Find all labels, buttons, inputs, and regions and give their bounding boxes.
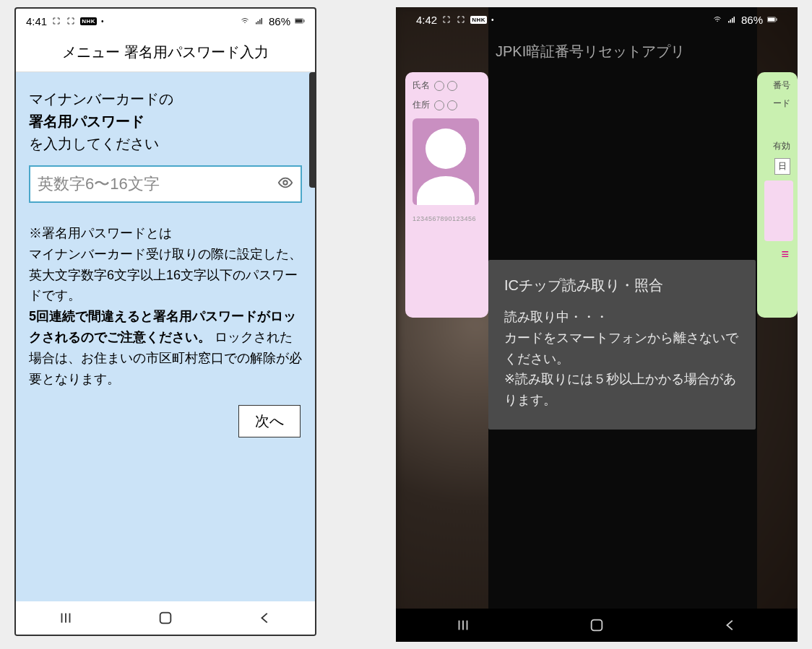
svg-rect-8 bbox=[160, 613, 171, 624]
dialog-line2: カードをスマートフォンから離さないでください。 bbox=[504, 331, 738, 366]
ic-reading-dialog: ICチップ読み取り・照合 読み取り中・・・ カードをスマートフォンから離さないで… bbox=[488, 260, 756, 430]
expand-icon bbox=[66, 17, 76, 25]
next-button[interactable]: 次へ bbox=[238, 405, 301, 437]
header-title: メニュー 署名用パスワード入力 bbox=[62, 43, 269, 62]
note-line1: ※署名用パスワードとは bbox=[29, 226, 172, 240]
recents-button[interactable] bbox=[58, 610, 74, 626]
intro-text: マイナンバーカードの 署名用パスワード を入力してください bbox=[29, 88, 302, 155]
nhk-badge: NHK bbox=[80, 17, 97, 25]
back-button[interactable] bbox=[722, 617, 738, 633]
intro-line3: を入力してください bbox=[29, 136, 159, 152]
visibility-toggle-icon[interactable] bbox=[277, 175, 293, 194]
signal-icon bbox=[254, 17, 264, 25]
svg-rect-12 bbox=[733, 17, 735, 23]
status-dot: • bbox=[101, 17, 104, 25]
svg-rect-1 bbox=[257, 21, 259, 25]
name-label: 氏名 bbox=[413, 79, 430, 92]
svg-rect-15 bbox=[776, 18, 777, 20]
svg-rect-0 bbox=[256, 22, 257, 25]
svg-rect-9 bbox=[728, 21, 730, 23]
wifi-icon bbox=[240, 17, 250, 25]
status-bar: 4:42 NHK • 86% bbox=[396, 7, 798, 32]
svg-rect-10 bbox=[730, 19, 731, 23]
card-right-t4: 日 bbox=[774, 158, 790, 175]
intro-line1: マイナンバーカードの bbox=[29, 91, 173, 107]
card-right-t2: ード bbox=[764, 97, 790, 110]
mynumber-card-back: 番号 ード 有効 日 ≡ bbox=[757, 72, 798, 318]
android-navbar bbox=[16, 601, 315, 635]
password-input[interactable] bbox=[38, 175, 277, 193]
password-input-wrapper[interactable] bbox=[29, 165, 302, 203]
expand-icon bbox=[456, 15, 466, 24]
card-number: 1234567890123456 bbox=[413, 215, 481, 222]
status-dot: • bbox=[491, 16, 494, 24]
svg-rect-6 bbox=[303, 19, 304, 22]
dialog-line1: 読み取り中・・・ bbox=[504, 310, 608, 324]
addr-label: 住所 bbox=[413, 99, 430, 111]
battery-icon bbox=[767, 15, 777, 24]
wifi-icon bbox=[712, 15, 722, 24]
signal-icon bbox=[727, 15, 737, 24]
status-time: 4:41 bbox=[26, 15, 47, 27]
card-right-t1: 番号 bbox=[764, 79, 790, 92]
battery-icon bbox=[295, 17, 305, 25]
note-line2: マイナンバーカード受け取りの際に設定した、英大文字数字6文字以上16文字以下のパ… bbox=[29, 247, 302, 303]
menu-lines-icon: ≡ bbox=[764, 247, 790, 262]
battery-percent: 86% bbox=[741, 14, 763, 26]
phone-left-password-entry: 4:41 NHK • 86% メニュー 署名用パスワード入力 マイナンバーカード… bbox=[14, 7, 316, 636]
home-button[interactable] bbox=[157, 610, 173, 626]
dialog-title: ICチップ読み取り・照合 bbox=[504, 276, 740, 295]
expand-icon bbox=[51, 17, 61, 25]
expand-icon bbox=[441, 15, 452, 24]
dialog-line3: ※読み取りには５秒以上かかる場合があります。 bbox=[504, 372, 736, 407]
card-right-t3: 有効 bbox=[764, 140, 790, 152]
svg-rect-14 bbox=[768, 18, 775, 22]
status-time: 4:42 bbox=[416, 14, 437, 26]
nhk-badge: NHK bbox=[470, 16, 487, 24]
android-navbar bbox=[396, 609, 798, 642]
svg-rect-11 bbox=[732, 18, 733, 23]
recents-button[interactable] bbox=[455, 617, 471, 633]
svg-rect-16 bbox=[592, 620, 602, 631]
explanation-text: ※署名用パスワードとは マイナンバーカード受け取りの際に設定した、英大文字数字6… bbox=[29, 223, 302, 389]
app-header: メニュー 署名用パスワード入力 bbox=[16, 33, 315, 72]
svg-rect-2 bbox=[259, 19, 261, 25]
avatar-placeholder bbox=[413, 118, 479, 205]
battery-percent: 86% bbox=[269, 15, 290, 27]
back-button[interactable] bbox=[257, 610, 273, 626]
svg-rect-3 bbox=[261, 18, 262, 25]
intro-line2: 署名用パスワード bbox=[29, 113, 144, 129]
svg-point-7 bbox=[283, 180, 288, 185]
scroll-indicator[interactable] bbox=[309, 72, 315, 188]
card-right-pinkbar bbox=[764, 180, 793, 241]
app-title: JPKI暗証番号リセットアプリ bbox=[496, 42, 685, 61]
phone-right-ic-reading: 氏名 住所 1234567890123456 番号 ード 有効 日 ≡ 4:42… bbox=[396, 7, 798, 642]
status-bar: 4:41 NHK • 86% bbox=[16, 9, 315, 33]
mynumber-card-front: 氏名 住所 1234567890123456 bbox=[405, 72, 488, 318]
home-button[interactable] bbox=[589, 617, 605, 633]
password-content: マイナンバーカードの 署名用パスワード を入力してください ※署名用パスワードと… bbox=[16, 72, 315, 601]
svg-rect-5 bbox=[295, 19, 303, 23]
